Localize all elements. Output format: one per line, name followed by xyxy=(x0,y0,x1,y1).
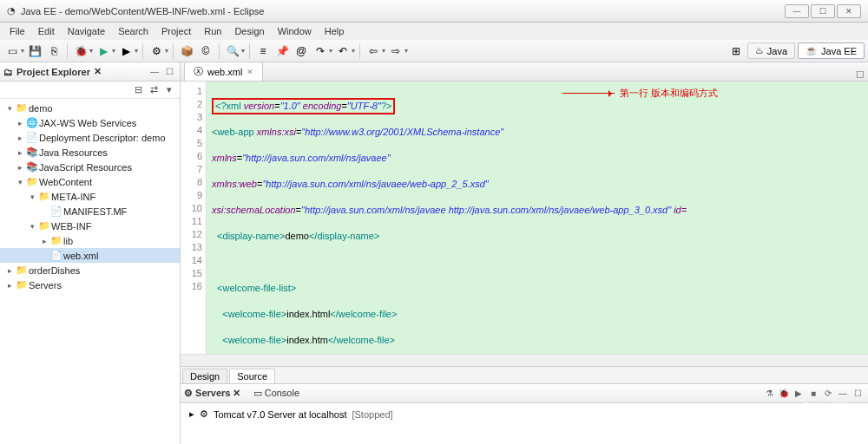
line-gutter: 12345678910111213141516 xyxy=(181,82,207,354)
new-package-button[interactable]: 📦 xyxy=(178,42,195,60)
link-editor-icon[interactable]: ⇄ xyxy=(147,83,161,97)
code-editor[interactable]: <?xml version="1.0" encoding="UTF-8"?> <… xyxy=(207,82,868,354)
tree-lib[interactable]: lib xyxy=(63,236,73,246)
collapse-all-icon[interactable]: ⊟ xyxy=(131,83,145,97)
server-stop-icon[interactable]: ■ xyxy=(806,387,820,401)
minimize-button[interactable]: ― xyxy=(785,4,809,18)
tree-webxml[interactable]: web.xml xyxy=(63,251,98,261)
view-menu-icon[interactable]: ▾ xyxy=(162,83,176,97)
menu-edit[interactable]: Edit xyxy=(32,24,61,38)
tomcat-icon: ⚙ xyxy=(200,408,208,420)
next-annotation-button[interactable]: ↷ xyxy=(312,42,329,60)
annotation-button[interactable]: @ xyxy=(293,42,310,60)
project-explorer-view: 🗂Project Explorer ✕ ―☐ ⊟ ⇄ ▾ ▾📁demo ▸🌐JA… xyxy=(0,62,181,444)
server-debug-icon[interactable]: 🐞 xyxy=(777,387,791,401)
tree-servers[interactable]: Servers xyxy=(29,280,62,291)
new-button[interactable]: ▭ xyxy=(3,42,21,60)
design-tab[interactable]: Design xyxy=(182,369,227,383)
menu-window[interactable]: Window xyxy=(272,24,318,38)
new-class-button[interactable]: © xyxy=(197,42,214,60)
server-profile-icon[interactable]: ⚗ xyxy=(762,387,776,401)
servers-view-tab[interactable]: ⚙ Servers ✕ xyxy=(184,388,241,399)
annotation-callout: 第一行 版本和编码方式 xyxy=(562,87,718,100)
menu-bar: File Edit Navigate Search Project Run De… xyxy=(0,23,868,40)
project-explorer-title: Project Explorer xyxy=(16,67,90,77)
open-perspective-button[interactable]: ⊞ xyxy=(727,42,745,60)
tree-webcontent[interactable]: WebContent xyxy=(39,177,92,187)
server-publish-icon[interactable]: ⟳ xyxy=(821,387,835,401)
eclipse-icon: ◔ xyxy=(7,5,16,16)
menu-run[interactable]: Run xyxy=(198,24,227,38)
server-item[interactable]: Tomcat v7.0 Server at localhost xyxy=(214,409,346,420)
menu-search[interactable]: Search xyxy=(112,24,155,38)
xml-file-icon: ⓧ xyxy=(194,65,203,78)
editor-tabs: ⓧ web.xml ✕ ☐ xyxy=(181,62,868,82)
tree-orderdishes[interactable]: orderDishes xyxy=(29,265,80,276)
maximize-button[interactable]: ☐ xyxy=(811,4,835,18)
perspective-java[interactable]: ♨ Java xyxy=(747,42,795,59)
maximize-view-icon[interactable]: ☐ xyxy=(162,65,176,79)
debug-button[interactable]: 🐞 xyxy=(72,42,89,60)
tree-webinf[interactable]: WEB-INF xyxy=(51,221,91,232)
close-tab-icon[interactable]: ✕ xyxy=(247,68,253,76)
search-button[interactable]: 🔍 xyxy=(224,42,241,60)
close-button[interactable]: ✕ xyxy=(837,4,861,18)
minimize-servers-icon[interactable]: ― xyxy=(836,387,850,401)
perspective-javaee[interactable]: ☕ Java EE xyxy=(798,42,865,59)
run-button[interactable]: ▶ xyxy=(95,42,112,60)
console-view-tab[interactable]: ▭ Console xyxy=(253,388,299,399)
tree-metainf[interactable]: META-INF xyxy=(51,192,95,202)
menu-design[interactable]: Design xyxy=(228,24,270,38)
run-last-button[interactable]: ▶ xyxy=(117,42,135,60)
server-twisty-icon[interactable]: ▸ xyxy=(189,408,194,420)
tree-js-resources[interactable]: JavaScript Resources xyxy=(39,162,132,173)
editor-mode-tabs: Design Source xyxy=(181,366,868,383)
server-state: [Stopped] xyxy=(352,409,392,420)
save-button[interactable]: 💾 xyxy=(26,42,43,60)
toggle-breadcrumb-button[interactable]: ≡ xyxy=(254,42,272,60)
editor-tab-webxml[interactable]: ⓧ web.xml ✕ xyxy=(184,62,263,81)
pin-button[interactable]: 📌 xyxy=(273,42,291,60)
forward-button[interactable]: ⇨ xyxy=(387,42,404,60)
maximize-editor-icon[interactable]: ☐ xyxy=(852,69,868,81)
tree-manifest[interactable]: MANIFEST.MF xyxy=(63,206,127,217)
maximize-servers-icon[interactable]: ☐ xyxy=(851,387,865,401)
back-button[interactable]: ⇦ xyxy=(365,42,382,60)
window-title: Java EE - demo/WebContent/WEB-INF/web.xm… xyxy=(21,6,264,16)
menu-project[interactable]: Project xyxy=(155,24,197,38)
server-start-icon[interactable]: ▶ xyxy=(792,387,806,401)
minimize-view-icon[interactable]: ― xyxy=(148,65,161,79)
project-tree[interactable]: ▾📁demo ▸🌐JAX-WS Web Services ▸📄Deploymen… xyxy=(0,99,180,444)
menu-navigate[interactable]: Navigate xyxy=(62,24,111,38)
tree-java-resources[interactable]: Java Resources xyxy=(39,147,108,158)
prev-annotation-button[interactable]: ↶ xyxy=(334,42,352,60)
main-toolbar: ▭▾ 💾 ⎘ 🐞▾ ▶▾ ▶▾ ⚙▾ 📦 © 🔍▾ ≡ 📌 @ ↷▾ ↶▾ ⇦▾… xyxy=(0,40,868,62)
title-bar: ◔ Java EE - demo/WebContent/WEB-INF/web.… xyxy=(0,0,868,23)
horizontal-scrollbar[interactable] xyxy=(181,354,868,366)
source-tab[interactable]: Source xyxy=(229,369,275,383)
tree-project[interactable]: demo xyxy=(29,103,53,114)
save-all-button[interactable]: ⎘ xyxy=(45,42,62,60)
explorer-icon: 🗂 xyxy=(3,67,13,77)
tree-dd[interactable]: Deployment Descriptor: demo xyxy=(39,133,166,143)
menu-file[interactable]: File xyxy=(3,24,31,38)
menu-help[interactable]: Help xyxy=(319,24,351,38)
new-server-button[interactable]: ⚙ xyxy=(148,42,165,60)
tree-jaxws[interactable]: JAX-WS Web Services xyxy=(39,118,136,128)
